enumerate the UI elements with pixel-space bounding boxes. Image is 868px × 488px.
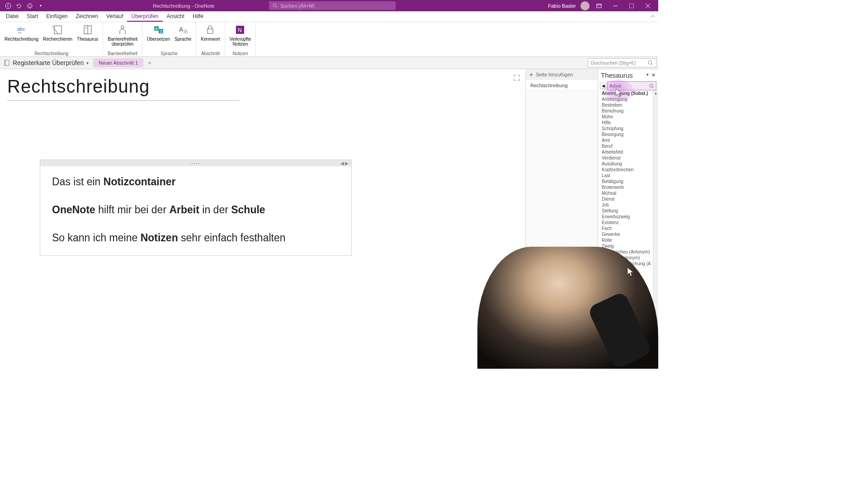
search-icon — [273, 3, 278, 8]
ribbon-rechtschreibung[interactable]: abcRechtschreibung — [3, 23, 40, 51]
thesaurus-result[interactable]: Mühe — [598, 114, 658, 120]
scroll-up-icon[interactable]: ▲ — [653, 90, 658, 96]
plus-icon: + — [529, 71, 533, 78]
add-section-button[interactable]: + — [144, 58, 155, 67]
add-page-button[interactable]: + Seite hinzufügen — [526, 69, 598, 80]
note-container-handle[interactable]: •••• ◀ ▶ — [40, 160, 351, 166]
thesaurus-result[interactable]: Bestreben — [598, 102, 658, 108]
notebook-bar: Registerkarte Überprüfen ▾ Neuer Abschni… — [0, 57, 658, 69]
thesaurus-result[interactable]: Dienst — [598, 196, 658, 202]
thesaurus-result[interactable]: Existenz — [598, 220, 658, 225]
close-panel-icon[interactable]: ✕ — [651, 72, 656, 78]
ribbon-sprache[interactable]: AあSprache — [173, 23, 193, 51]
thesaurus-search[interactable]: Arbeit — [607, 81, 656, 90]
svg-point-3 — [30, 5, 31, 5]
notebook-search[interactable]: Durchsuchen (Strg+E) — [588, 58, 656, 67]
section-tab[interactable]: Neuer Abschnitt 1 — [93, 58, 143, 67]
svg-point-4 — [273, 4, 276, 7]
thesaurus-result[interactable]: Erwerbszweig — [598, 214, 658, 220]
thesaurus-result[interactable]: Anstrengung (Subst.) — [598, 90, 658, 96]
notebook-title[interactable]: Registerkarte Überprüfen — [13, 59, 84, 66]
thesaurus-result[interactable]: Besorgung — [598, 131, 658, 137]
notebook-search-placeholder: Durchsuchen (Strg+E) — [591, 61, 636, 66]
ribbon-verknüpfte-notizen[interactable]: NVerknüpfteNotizen — [228, 23, 253, 51]
thesaurus-result[interactable]: Fach — [598, 225, 658, 231]
svg-rect-9 — [629, 4, 634, 8]
thesaurus-result[interactable]: Amt — [598, 137, 658, 143]
ribbon-barrierefreiheit-überprüfen[interactable]: Barrierefreiheitüberprüfen — [106, 23, 139, 51]
search-icon — [648, 60, 653, 66]
svg-text:あ: あ — [184, 28, 188, 33]
panel-options-icon[interactable]: ▾ — [646, 72, 649, 78]
thesaurus-result[interactable]: Schöpfung — [598, 126, 658, 131]
svg-line-14 — [52, 26, 58, 34]
thesaurus-result[interactable]: Rolle — [598, 237, 658, 243]
menu-ansicht[interactable]: Ansicht — [163, 12, 189, 22]
thesaurus-result[interactable]: Mühsal — [598, 190, 658, 196]
search-box[interactable]: Suchen (Alt+M) — [269, 1, 396, 10]
chevron-down-icon[interactable]: ▾ — [86, 61, 89, 66]
avatar[interactable] — [580, 1, 590, 10]
thesaurus-result[interactable]: Betätigung — [598, 178, 658, 184]
menu-bar: DateiStartEinfügenZeichnenVerlaufÜberprü… — [0, 11, 658, 22]
svg-point-0 — [5, 3, 11, 9]
search-placeholder: Suchen (Alt+M) — [280, 3, 315, 9]
menu-einfügen[interactable]: Einfügen — [42, 12, 71, 22]
note-container[interactable]: •••• ◀ ▶ Das ist ein Notizcontainer OneN… — [40, 160, 352, 256]
close-icon[interactable] — [641, 2, 655, 10]
user-name[interactable]: Fabio Basler — [548, 3, 576, 9]
page-list-item[interactable]: Rechtschreibung — [526, 80, 598, 91]
thesaurus-result[interactable]: Beruf — [598, 143, 658, 149]
svg-line-31 — [651, 64, 653, 65]
ribbon: abcRechtschreibungRecherchierenThesaurus… — [0, 22, 658, 57]
ribbon-group-label: Sprache — [161, 51, 178, 56]
fullscreen-icon[interactable] — [514, 75, 520, 83]
maximize-icon[interactable] — [625, 2, 638, 10]
menu-überprüfen[interactable]: Überprüfen — [127, 12, 162, 22]
book2-icon — [81, 24, 94, 36]
thesaurus-result[interactable]: Gewerbe — [598, 231, 658, 237]
qat-dropdown-icon[interactable]: ▾ — [37, 2, 44, 9]
undo-icon[interactable] — [15, 2, 23, 9]
arrow-left-icon[interactable]: ◀ — [340, 161, 344, 166]
thesaurus-result[interactable]: Last — [598, 173, 658, 178]
thesaurus-result[interactable]: Kopfzerbrechen — [598, 167, 658, 173]
thesaurus-result[interactable]: Bemühung — [598, 108, 658, 114]
webcam-overlay — [477, 247, 658, 369]
ribbon-group-label: Notizen — [233, 51, 248, 56]
menu-datei[interactable]: Datei — [2, 12, 23, 22]
lang-icon: Aあ — [177, 24, 189, 36]
abc-icon: abc — [15, 24, 28, 36]
back-icon[interactable]: ◀ — [600, 83, 606, 89]
menu-verlauf[interactable]: Verlauf — [102, 12, 127, 22]
lock-icon — [204, 24, 217, 36]
thesaurus-result[interactable]: Stellung — [598, 208, 658, 214]
thesaurus-result[interactable]: Ausübung — [598, 161, 658, 167]
page-title[interactable]: Rechtschreibung — [7, 76, 525, 99]
note-body[interactable]: Das ist ein Notizcontainer OneNote hilft… — [40, 166, 351, 255]
minimize-icon[interactable] — [609, 2, 622, 10]
menu-zeichnen[interactable]: Zeichnen — [72, 12, 102, 22]
ribbon-kennwort[interactable]: Kennwort — [199, 23, 222, 51]
window-title: Rechtschreibung - OneNote — [153, 3, 214, 9]
arrow-right-icon[interactable]: ▶ — [345, 161, 349, 166]
collapse-ribbon-icon[interactable] — [650, 13, 656, 21]
ribbon-thesaurus[interactable]: Thesaurus — [75, 23, 100, 51]
menu-hilfe[interactable]: Hilfe — [189, 12, 208, 22]
ribbon-übersetzen[interactable]: A文Übersetzen — [145, 23, 172, 51]
thesaurus-result[interactable]: Anstrengung — [598, 96, 658, 102]
svg-line-5 — [276, 6, 277, 8]
svg-text:A: A — [179, 26, 184, 33]
thesaurus-result[interactable]: Hilfe — [598, 120, 658, 126]
ribbon-display-icon[interactable] — [592, 2, 606, 10]
ribbon-recherchieren[interactable]: Recherchieren — [41, 23, 74, 51]
thesaurus-result[interactable]: Arbeitsfeld — [598, 149, 658, 155]
thesaurus-result[interactable]: Verdienst — [598, 155, 658, 161]
back-icon[interactable] — [5, 2, 12, 9]
notebook-icon — [4, 60, 10, 66]
menu-start[interactable]: Start — [23, 12, 42, 22]
emoji-icon[interactable] — [26, 2, 33, 9]
thesaurus-result[interactable]: Job — [598, 202, 658, 208]
thesaurus-result[interactable]: Broterwerb — [598, 184, 658, 190]
page-canvas[interactable]: Rechtschreibung •••• ◀ ▶ Das ist ein Not… — [0, 69, 525, 369]
